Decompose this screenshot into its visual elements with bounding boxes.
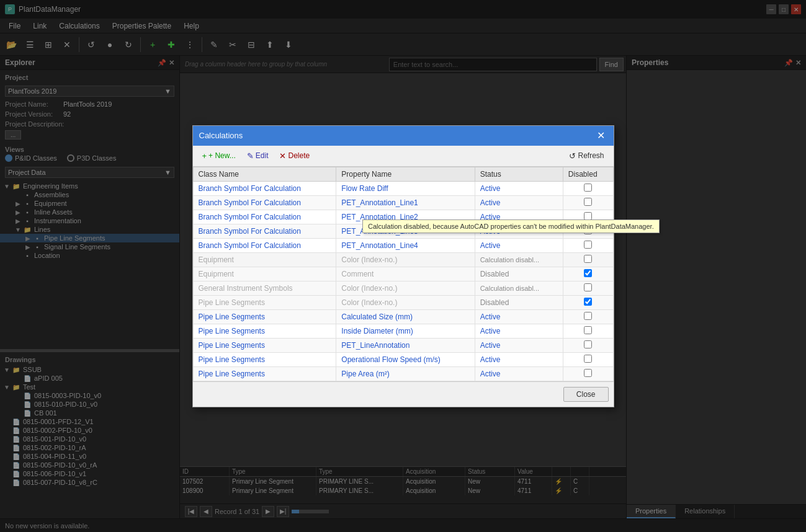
status-cell: Active xyxy=(475,309,563,324)
table-row[interactable]: Pipe Line Segments PET_LineAnnotation Ac… xyxy=(193,338,613,352)
col-class-name[interactable]: Class Name xyxy=(193,167,336,181)
table-row[interactable]: Pipe Line Segments Color (Index-no.) Dis… xyxy=(193,295,613,309)
modal-toolbar: + + New... ✎ Edit ✕ Delete ↺ Refresh xyxy=(193,146,614,167)
tooltip-popup: Calculation disabled, because AutoCAD pr… xyxy=(362,219,660,233)
property-name-cell[interactable]: Calculated Size (mm) xyxy=(336,309,475,324)
class-name-cell: Equipment xyxy=(193,267,336,281)
class-name-cell[interactable]: Branch Symbol For Calculation xyxy=(193,238,336,252)
status-cell: Disabled xyxy=(475,267,563,281)
disabled-cell[interactable] xyxy=(563,181,613,195)
table-row[interactable]: Branch Symbol For Calculation Flow Rate … xyxy=(193,181,613,195)
status-cell: Active xyxy=(475,195,563,210)
disabled-checkbox[interactable] xyxy=(584,369,592,377)
disabled-checkbox[interactable] xyxy=(584,312,592,320)
delete-icon: ✕ xyxy=(279,151,286,161)
modal-table-container: Class Name Property Name Status Disabled… xyxy=(193,167,614,381)
delete-btn-label: Delete xyxy=(288,151,310,160)
property-name-cell: Color (Index-no.) xyxy=(336,281,475,295)
table-row[interactable]: Branch Symbol For Calculation PET_Annota… xyxy=(193,195,613,210)
disabled-cell[interactable] xyxy=(563,267,613,281)
class-name-cell[interactable]: Branch Symbol For Calculation xyxy=(193,224,336,238)
refresh-btn-label: Refresh xyxy=(578,151,604,160)
class-name-cell[interactable]: Pipe Line Segments xyxy=(193,366,336,381)
modal-overlay: Calculations ✕ + + New... ✎ Edit ✕ Delet… xyxy=(0,0,806,532)
new-calculation-button[interactable]: + + New... xyxy=(198,149,240,162)
property-name-cell[interactable]: Operational Flow Speed (m/s) xyxy=(336,352,475,366)
status-cell: Disabled xyxy=(475,295,563,309)
table-row[interactable]: Equipment Comment Disabled xyxy=(193,267,613,281)
disabled-cell[interactable] xyxy=(563,195,613,210)
disabled-cell[interactable] xyxy=(563,366,613,381)
modal-close-x-button[interactable]: ✕ xyxy=(595,130,607,142)
calculations-modal: Calculations ✕ + + New... ✎ Edit ✕ Delet… xyxy=(192,125,614,407)
modal-title: Calculations xyxy=(199,131,243,140)
modal-close-button[interactable]: Close xyxy=(563,387,609,402)
disabled-cell[interactable] xyxy=(563,352,613,366)
property-name-cell[interactable]: PET_Annotation_Line4 xyxy=(336,238,475,252)
table-row[interactable]: Branch Symbol For Calculation PET_Annota… xyxy=(193,238,613,252)
disabled-checkbox[interactable] xyxy=(584,269,592,277)
table-row[interactable]: Pipe Line Segments Operational Flow Spee… xyxy=(193,352,613,366)
disabled-cell[interactable] xyxy=(563,338,613,352)
table-row-tooltip[interactable]: Equipment Color (Index-no.) Calculation … xyxy=(193,252,613,267)
class-name-cell[interactable]: Pipe Line Segments xyxy=(193,309,336,324)
class-name-cell[interactable]: Pipe Line Segments xyxy=(193,338,336,352)
class-name-cell: Equipment xyxy=(193,252,336,267)
disabled-cell[interactable] xyxy=(563,324,613,338)
edit-btn-label: Edit xyxy=(256,151,269,160)
modal-titlebar: Calculations ✕ xyxy=(193,126,614,146)
delete-calculation-button[interactable]: ✕ Delete xyxy=(275,149,314,162)
disabled-cell[interactable] xyxy=(563,309,613,324)
disabled-checkbox[interactable] xyxy=(584,184,592,192)
refresh-icon: ↺ xyxy=(569,151,576,161)
property-name-cell[interactable]: PET_LineAnnotation xyxy=(336,338,475,352)
disabled-checkbox[interactable] xyxy=(584,326,592,334)
class-name-cell[interactable]: Pipe Line Segments xyxy=(193,352,336,366)
col-status[interactable]: Status xyxy=(475,167,563,181)
edit-icon: ✎ xyxy=(247,151,254,161)
tooltip-text: Calculation disabled, because AutoCAD pr… xyxy=(368,223,654,230)
col-disabled[interactable]: Disabled xyxy=(563,167,613,181)
table-row[interactable]: General Instrument Symbols Color (Index-… xyxy=(193,281,613,295)
modal-footer: Close xyxy=(193,381,614,407)
property-name-cell[interactable]: Inside Diameter (mm) xyxy=(336,324,475,338)
disabled-cell[interactable] xyxy=(563,295,613,309)
disabled-checkbox[interactable] xyxy=(584,340,592,348)
table-row[interactable]: Pipe Line Segments Pipe Area (m²) Active xyxy=(193,366,613,381)
table-header-row: Class Name Property Name Status Disabled xyxy=(193,167,613,181)
status-cell: Active xyxy=(475,338,563,352)
col-property-name[interactable]: Property Name xyxy=(336,167,475,181)
table-row[interactable]: Pipe Line Segments Calculated Size (mm) … xyxy=(193,309,613,324)
disabled-checkbox[interactable] xyxy=(584,255,592,263)
status-cell: Active xyxy=(475,352,563,366)
disabled-checkbox[interactable] xyxy=(584,355,592,363)
refresh-calculation-button[interactable]: ↺ Refresh xyxy=(565,149,608,162)
disabled-checkbox[interactable] xyxy=(584,198,592,206)
status-cell: Active xyxy=(475,181,563,195)
status-cell: Calculation disabl... xyxy=(475,252,563,267)
disabled-checkbox[interactable] xyxy=(584,298,592,306)
class-name-cell: Pipe Line Segments xyxy=(193,295,336,309)
disabled-checkbox[interactable] xyxy=(584,283,592,291)
disabled-cell[interactable] xyxy=(563,238,613,252)
status-cell: Active xyxy=(475,324,563,338)
disabled-cell[interactable] xyxy=(563,252,613,267)
property-name-cell[interactable]: Flow Rate Diff xyxy=(336,181,475,195)
modal-toolbar-left: + + New... ✎ Edit ✕ Delete xyxy=(198,149,315,162)
class-name-cell[interactable]: Branch Symbol For Calculation xyxy=(193,181,336,195)
disabled-cell[interactable] xyxy=(563,281,613,295)
property-name-cell: Color (Index-no.) xyxy=(336,252,475,267)
status-cell: Active xyxy=(475,366,563,381)
class-name-cell[interactable]: Branch Symbol For Calculation xyxy=(193,210,336,224)
property-name-cell[interactable]: PET_Annotation_Line1 xyxy=(336,195,475,210)
class-name-cell[interactable]: Branch Symbol For Calculation xyxy=(193,195,336,210)
new-icon: + xyxy=(202,151,207,161)
property-name-cell[interactable]: Pipe Area (m²) xyxy=(336,366,475,381)
disabled-checkbox[interactable] xyxy=(584,212,592,220)
class-name-cell[interactable]: Pipe Line Segments xyxy=(193,324,336,338)
table-row[interactable]: Pipe Line Segments Inside Diameter (mm) … xyxy=(193,324,613,338)
disabled-checkbox[interactable] xyxy=(584,241,592,249)
status-cell: Active xyxy=(475,238,563,252)
property-name-cell: Comment xyxy=(336,267,475,281)
edit-calculation-button[interactable]: ✎ Edit xyxy=(243,149,273,162)
